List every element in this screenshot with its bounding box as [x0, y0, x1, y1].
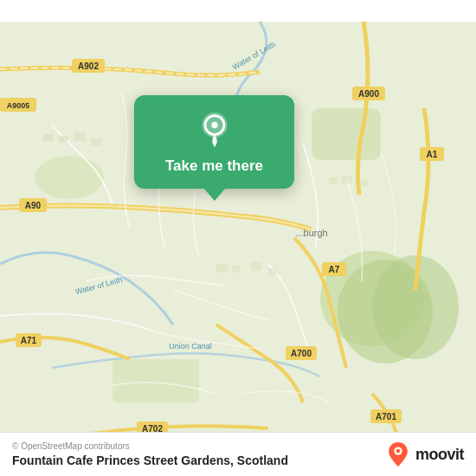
svg-rect-39 [251, 262, 261, 271]
svg-point-48 [396, 449, 401, 453]
moovit-logo: moovit [386, 442, 464, 466]
map-container: A902 A9005 A900 A90 A1 A7 A71 A700 A702 … [0, 0, 476, 476]
location-pin-icon [196, 111, 234, 149]
svg-text:A1: A1 [427, 150, 438, 159]
svg-text:...burgh: ...burgh [295, 228, 327, 238]
svg-rect-32 [59, 136, 68, 143]
svg-text:A902: A902 [78, 61, 99, 71]
svg-rect-43 [359, 179, 368, 186]
svg-rect-40 [268, 268, 277, 275]
svg-rect-3 [312, 108, 381, 160]
map-background: A902 A9005 A900 A90 A1 A7 A71 A700 A702 … [0, 0, 476, 476]
bottom-left: © OpenStreetMap contributors Fountain Ca… [12, 441, 288, 467]
svg-rect-42 [342, 176, 352, 183]
svg-rect-5 [113, 359, 199, 402]
svg-text:A900: A900 [358, 89, 379, 99]
svg-text:A9005: A9005 [7, 101, 30, 110]
moovit-brand-name: moovit [415, 446, 464, 464]
svg-rect-31 [43, 134, 54, 141]
svg-text:A71: A71 [21, 336, 37, 345]
bottom-bar: © OpenStreetMap contributors Fountain Ca… [0, 432, 476, 476]
copyright-text: © OpenStreetMap contributors [12, 441, 288, 451]
svg-text:A7: A7 [329, 265, 340, 274]
svg-rect-37 [216, 264, 228, 273]
svg-text:A700: A700 [291, 349, 312, 358]
location-name: Fountain Cafe Princes Street Gardens, Sc… [12, 453, 288, 467]
take-me-there-label: Take me there [165, 158, 263, 175]
svg-text:A90: A90 [25, 201, 42, 210]
svg-rect-0 [0, 22, 476, 454]
svg-rect-34 [91, 138, 101, 145]
svg-rect-33 [74, 132, 86, 141]
take-me-there-popup[interactable]: Take me there [134, 95, 294, 189]
svg-text:A701: A701 [376, 412, 396, 421]
svg-point-4 [35, 156, 104, 199]
svg-rect-41 [329, 177, 338, 184]
svg-text:Union Canal: Union Canal [169, 342, 212, 351]
svg-point-46 [211, 122, 217, 128]
svg-rect-38 [232, 266, 241, 273]
moovit-pin-icon [386, 442, 410, 466]
